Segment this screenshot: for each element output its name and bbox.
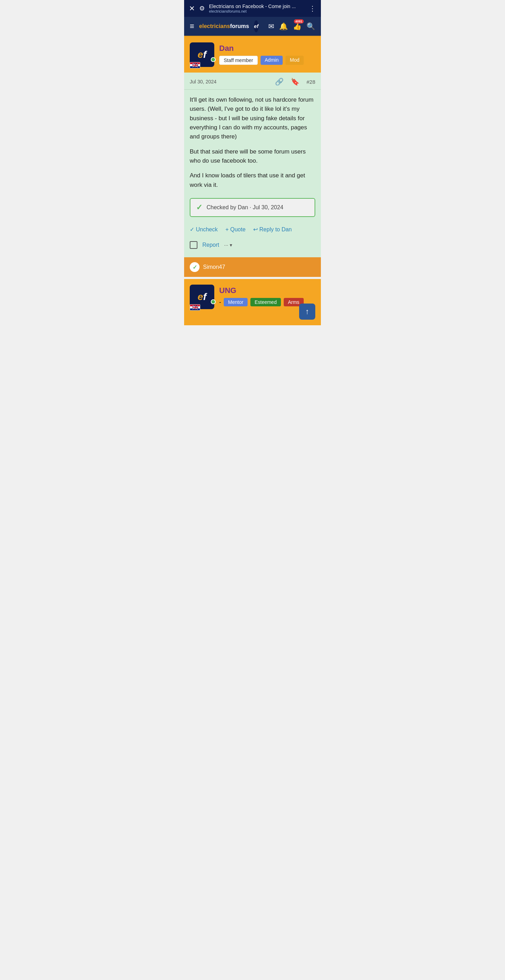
post-number: #28 bbox=[306, 79, 315, 85]
avatar-f: f bbox=[203, 49, 206, 60]
dan-avatar-wrapper: ef 🇬🇧 bbox=[190, 42, 214, 67]
share-icon[interactable]: 🔗 bbox=[275, 78, 284, 86]
checked-bar: ✓ Checked by Dan · Jul 30, 2024 bbox=[190, 198, 315, 217]
scroll-up-button[interactable]: ↑ bbox=[299, 304, 315, 320]
checked-text: Checked by Dan · Jul 30, 2024 bbox=[207, 204, 284, 211]
logo-electricians: electricians bbox=[199, 23, 230, 29]
logo-forums: forums bbox=[230, 23, 249, 29]
url-area: Electricians on Facebook - Come join ...… bbox=[209, 3, 305, 13]
ung-flag-badge: 🇬🇧 bbox=[190, 304, 200, 310]
notification-badge: 4091 bbox=[294, 19, 304, 24]
select-checkbox[interactable] bbox=[190, 241, 198, 249]
more-options-button[interactable]: ··· ▾ bbox=[224, 242, 232, 248]
url-display: electriciansforums.net bbox=[209, 9, 305, 13]
ung-avatar-f: f bbox=[203, 291, 206, 302]
reply-to-dan-button[interactable]: ↩ Reply to Dan bbox=[253, 226, 292, 233]
staff-member-badge[interactable]: Staff member bbox=[219, 56, 258, 65]
uk-flag-icon: 🇬🇧 bbox=[192, 62, 198, 68]
avatar-e: e bbox=[198, 49, 203, 60]
notification-wrapper[interactable]: 👍 4091 bbox=[293, 22, 302, 30]
simon47-username[interactable]: Simon47 bbox=[203, 264, 225, 270]
report-button[interactable]: Report bbox=[202, 242, 219, 248]
ung-uk-flag-icon: 🇬🇧 bbox=[192, 305, 198, 310]
site-logo[interactable]: electriciansforums bbox=[199, 23, 249, 29]
post-content: It'll get its own following, not us hard… bbox=[184, 90, 321, 194]
ef-badge-text: ef bbox=[254, 24, 258, 29]
mod-badge[interactable]: Mod bbox=[285, 56, 303, 65]
ung-avatar-wrapper: ef 🇬🇧 bbox=[190, 285, 214, 309]
post-meta: Jul 30, 2024 🔗 🔖 #28 bbox=[184, 73, 321, 90]
simon47-bar[interactable]: ✓ Simon47 bbox=[184, 257, 321, 277]
ung-avatar-e: e bbox=[198, 291, 203, 302]
simon-check-icon: ✓ bbox=[190, 262, 199, 272]
post-bottom-actions: ✓ Uncheck + Quote ↩ Reply to Dan bbox=[184, 221, 321, 238]
browser-menu-button[interactable]: ⋮ bbox=[309, 4, 316, 13]
dan-user-header: ef 🇬🇧 Dan Staff member Admin Mod bbox=[184, 37, 321, 73]
dan-badges: Staff member Admin Mod bbox=[219, 56, 315, 65]
vote-icon: 👍 bbox=[293, 22, 302, 30]
report-row: Report ··· ▾ bbox=[184, 238, 321, 255]
navigation-bar: ≡ electriciansforums ef ✉ 🔔 👍 4091 🔍 bbox=[184, 17, 321, 37]
tune-icon[interactable]: ⚙ bbox=[199, 5, 205, 12]
admin-badge[interactable]: Admin bbox=[261, 56, 283, 65]
ung-online-indicator bbox=[211, 299, 216, 304]
post-top-actions: 🔗 🔖 #28 bbox=[275, 78, 315, 86]
post-paragraph-1: It'll get its own following, not us hard… bbox=[190, 95, 315, 142]
page-title: Electricians on Facebook - Come join ... bbox=[209, 3, 305, 9]
hamburger-menu-button[interactable]: ≡ bbox=[190, 22, 194, 31]
mail-icon[interactable]: ✉ bbox=[268, 22, 274, 30]
post-area: Jul 30, 2024 🔗 🔖 #28 It'll get its own f… bbox=[184, 73, 321, 277]
search-icon[interactable]: 🔍 bbox=[306, 22, 315, 30]
esteemed-badge[interactable]: Esteemed bbox=[250, 298, 281, 306]
close-button[interactable]: ✕ bbox=[189, 4, 195, 13]
post-paragraph-3: And I know loads of tilers that use it a… bbox=[190, 171, 315, 189]
ung-section: ← ef 🇬🇧 UNG - Mentor Esteemed Arms bbox=[184, 279, 321, 325]
checkmark-icon: ✓ bbox=[196, 203, 202, 212]
bookmark-icon[interactable]: 🔖 bbox=[291, 78, 299, 86]
mentor-badge[interactable]: Mentor bbox=[224, 298, 248, 306]
flag-badge: 🇬🇧 bbox=[190, 62, 200, 68]
bell-icon[interactable]: 🔔 bbox=[279, 22, 288, 30]
uncheck-button[interactable]: ✓ Uncheck bbox=[190, 226, 218, 233]
ung-username[interactable]: UNG bbox=[219, 286, 315, 295]
quote-button[interactable]: + Quote bbox=[226, 226, 245, 233]
dan-username[interactable]: Dan bbox=[219, 44, 315, 53]
ung-badge-dash: - bbox=[219, 299, 221, 305]
ef-logo-badge[interactable]: ef bbox=[254, 20, 258, 32]
post-paragraph-2: But that said there will be some forum u… bbox=[190, 147, 315, 166]
online-indicator bbox=[211, 57, 216, 62]
browser-bar: ✕ ⚙ Electricians on Facebook - Come join… bbox=[184, 0, 321, 17]
ung-user-info: UNG - Mentor Esteemed Arms bbox=[219, 285, 315, 306]
dan-user-info: Dan Staff member Admin Mod bbox=[219, 42, 315, 65]
ung-user-header: ← ef 🇬🇧 UNG - Mentor Esteemed Arms bbox=[184, 279, 321, 315]
post-date: Jul 30, 2024 bbox=[190, 79, 275, 84]
